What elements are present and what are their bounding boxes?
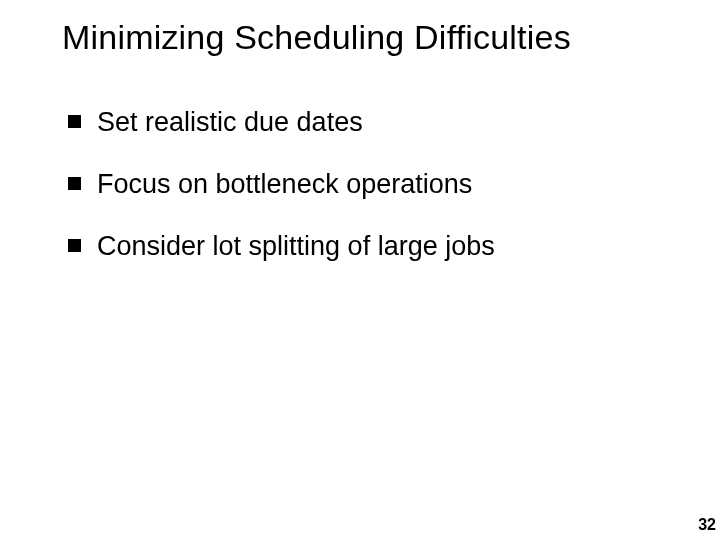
square-bullet-icon <box>68 239 81 252</box>
page-number: 32 <box>698 516 716 534</box>
square-bullet-icon <box>68 115 81 128</box>
slide-title: Minimizing Scheduling Difficulties <box>62 18 571 57</box>
slide: Minimizing Scheduling Difficulties Set r… <box>0 0 720 540</box>
list-item: Consider lot splitting of large jobs <box>68 230 680 264</box>
bullet-text: Consider lot splitting of large jobs <box>97 230 495 264</box>
square-bullet-icon <box>68 177 81 190</box>
bullet-text: Focus on bottleneck operations <box>97 168 472 202</box>
list-item: Set realistic due dates <box>68 106 680 140</box>
bullet-list: Set realistic due dates Focus on bottlen… <box>68 106 680 291</box>
list-item: Focus on bottleneck operations <box>68 168 680 202</box>
bullet-text: Set realistic due dates <box>97 106 363 140</box>
